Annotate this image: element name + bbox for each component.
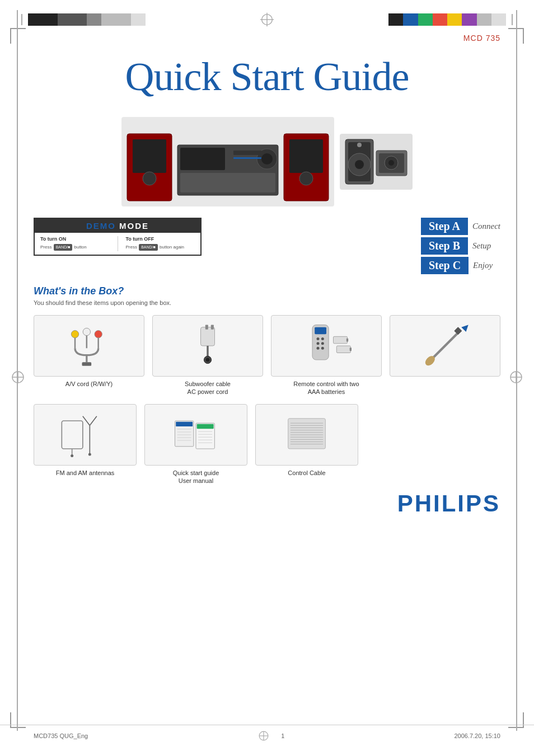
svg-point-33 [83,328,90,335]
svg-point-30 [388,160,394,166]
model-number: MCD 735 [0,34,534,43]
item-antennas-label: FM and AM antennas [56,469,115,477]
item-remote-label: Remote control with twoAAA batteries [293,380,359,396]
demo-mode-title: DEMO MODE [35,219,200,233]
philips-logo: PHILIPS [0,490,534,517]
page-title: Quick Start Guide [0,54,534,100]
svg-point-16 [261,153,273,165]
item-antennas: FM and AM antennas [34,404,137,485]
svg-rect-59 [62,421,82,449]
svg-point-31 [71,331,78,338]
svg-rect-18 [233,157,261,159]
svg-point-26 [357,143,362,147]
item-control-cable-img [255,404,358,466]
svg-point-11 [143,172,156,185]
svg-point-50 [317,347,320,350]
svg-rect-67 [176,421,193,426]
item-manuals-label: Quick start guideUser manual [173,469,219,485]
item-subwoofer-cable-label: Subwoofer cableAC power cord [185,380,231,396]
color-bar-right [388,13,506,26]
demo-steps-section: DEMO MODE To turn ON Press BAND/■ button… [34,218,500,274]
whats-subtitle: You should find these items upon opening… [34,299,500,306]
footer-right: 2006.7.20, 15:10 [454,732,500,739]
svg-rect-40 [211,325,214,330]
demo-on-label: To turn ON [40,236,110,242]
main-product-image [121,117,334,206]
philips-text: PHILIPS [397,490,500,516]
demo-off-instruction: Press BAND/■ button again [126,243,195,251]
top-bar-section [0,0,534,29]
footer-left: MCD735 QUG_Eng [34,732,88,739]
step-a-label: Step A [421,218,468,235]
svg-rect-39 [205,325,208,330]
svg-rect-52 [334,336,348,344]
item-av-cord-img [34,315,144,377]
step-b: Step B Setup [421,237,500,255]
footer-center: 1 [281,732,284,739]
item-subwoofer-cable-img [152,315,263,377]
svg-rect-45 [315,327,326,335]
svg-rect-14 [180,173,275,192]
svg-rect-37 [82,362,92,366]
items-row1: A/V cord (R/W/Y) Subwoofer cableAC power… [34,315,500,396]
side-circle-left [10,369,26,387]
step-c-text: Enjoy [469,261,493,270]
demo-on-instruction: Press BAND/■ button [40,243,110,251]
step-b-label: Step B [421,237,468,255]
svg-point-47 [321,337,324,340]
svg-rect-74 [197,424,214,428]
steps-list: Step A Connect Step B Setup Step C Enjoy [421,218,500,274]
svg-rect-55 [350,348,352,351]
svg-point-21 [299,172,313,185]
svg-point-43 [206,358,210,362]
step-c-label: Step C [421,257,469,274]
item-av-cord-label: A/V cord (R/W/Y) [65,380,113,388]
color-bar-left [28,13,146,26]
svg-point-25 [355,160,364,169]
corner-mark-tl [10,28,26,44]
step-b-text: Setup [468,241,491,251]
step-a-text: Connect [468,222,500,231]
item-av-cord: A/V cord (R/W/Y) [34,315,144,396]
item-control-cable-label: Control Cable [288,469,325,477]
svg-line-64 [90,416,97,425]
items-row2: FM and AM antennas [34,404,358,485]
svg-point-65 [88,453,91,456]
item-tool [390,315,500,396]
item-manuals: Quick start guideUser manual [144,404,247,485]
svg-rect-54 [336,346,350,353]
right-vertical-line [516,25,517,731]
step-c: Step C Enjoy [421,257,500,274]
footer: MCD735 QUG_Eng 1 2006.7.20, 15:10 [0,725,534,742]
item-remote: Remote control with twoAAA batteries [271,315,382,396]
svg-rect-13 [180,148,225,170]
center-crosshair [259,11,275,28]
item-tool-img [390,315,500,377]
demo-mode-box: DEMO MODE To turn ON Press BAND/■ button… [34,218,202,256]
svg-point-35 [95,331,102,338]
item-manuals-img [144,404,247,466]
svg-point-49 [321,342,324,345]
svg-point-48 [317,342,320,345]
left-vertical-line [17,25,18,731]
subwoofer-image [340,134,413,190]
whats-title: What's in the Box? [34,285,500,297]
svg-rect-10 [133,139,166,173]
item-control-cable: Control Cable [255,404,358,485]
svg-rect-20 [289,139,323,173]
svg-rect-38 [201,327,215,346]
svg-point-46 [317,337,320,340]
svg-line-63 [83,416,90,425]
svg-rect-57 [454,327,462,335]
bottom-crosshair-icon [257,730,270,742]
svg-point-61 [71,454,73,457]
item-antennas-img [34,404,137,466]
svg-point-51 [321,347,324,350]
item-subwoofer-cable: Subwoofer cableAC power cord [152,315,263,396]
product-images [34,117,500,206]
step-a: Step A Connect [421,218,500,235]
svg-rect-53 [346,339,348,342]
svg-line-56 [431,332,459,360]
item-remote-img [271,315,382,377]
svg-rect-17 [233,151,261,155]
